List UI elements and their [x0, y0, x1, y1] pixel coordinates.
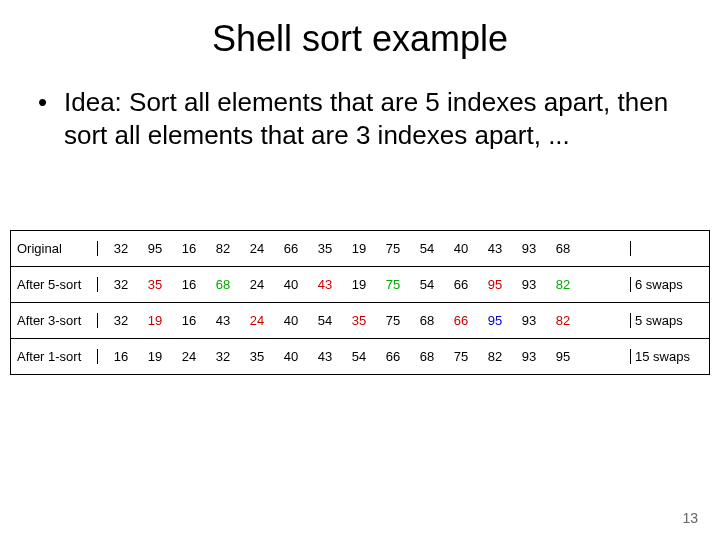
bullet-item: Idea: Sort all elements that are 5 index…: [34, 86, 680, 151]
value-cell: 32: [104, 277, 138, 292]
value-cell: 35: [308, 241, 342, 256]
row-label: After 1-sort: [13, 349, 98, 364]
value-cell: 66: [274, 241, 308, 256]
value-cell: 93: [512, 349, 546, 364]
value-cell: 54: [308, 313, 342, 328]
value-cell: 19: [342, 241, 376, 256]
shell-sort-table: Original 3295168224663519755440439368 Af…: [10, 230, 710, 375]
row-label: After 5-sort: [13, 277, 98, 292]
row-values: 3219164324405435756866959382: [98, 313, 631, 328]
value-cell: 93: [512, 277, 546, 292]
value-cell: 24: [172, 349, 206, 364]
value-cell: 40: [274, 277, 308, 292]
value-cell: 40: [444, 241, 478, 256]
value-cell: 16: [104, 349, 138, 364]
row-swaps: 5 swaps: [631, 313, 707, 328]
value-cell: 40: [274, 313, 308, 328]
value-cell: 75: [444, 349, 478, 364]
row-label: After 3-sort: [13, 313, 98, 328]
value-cell: 32: [206, 349, 240, 364]
value-cell: 19: [138, 349, 172, 364]
value-cell: 82: [546, 313, 580, 328]
value-cell: 82: [478, 349, 512, 364]
value-cell: 68: [206, 277, 240, 292]
value-cell: 19: [138, 313, 172, 328]
table-row: After 5-sort 323516682440431975546695938…: [11, 266, 709, 302]
value-cell: 35: [240, 349, 274, 364]
value-cell: 40: [274, 349, 308, 364]
value-cell: 82: [546, 277, 580, 292]
value-cell: 32: [104, 241, 138, 256]
value-cell: 16: [172, 241, 206, 256]
value-cell: 95: [546, 349, 580, 364]
value-cell: 93: [512, 313, 546, 328]
slide-title: Shell sort example: [0, 0, 720, 60]
value-cell: 95: [478, 313, 512, 328]
value-cell: 95: [478, 277, 512, 292]
value-cell: 16: [172, 277, 206, 292]
value-cell: 43: [206, 313, 240, 328]
value-cell: 93: [512, 241, 546, 256]
row-swaps: 6 swaps: [631, 277, 707, 292]
bullet-list: Idea: Sort all elements that are 5 index…: [0, 60, 720, 151]
row-values: 3295168224663519755440439368: [98, 241, 631, 256]
value-cell: 54: [410, 241, 444, 256]
row-swaps: 15 swaps: [631, 349, 707, 364]
value-cell: 24: [240, 241, 274, 256]
table-row: After 3-sort 321916432440543575686695938…: [11, 302, 709, 338]
value-cell: 68: [410, 349, 444, 364]
value-cell: 32: [104, 313, 138, 328]
value-cell: 82: [206, 241, 240, 256]
value-cell: 68: [546, 241, 580, 256]
value-cell: 24: [240, 313, 274, 328]
value-cell: 35: [138, 277, 172, 292]
value-cell: 75: [376, 313, 410, 328]
value-cell: 43: [308, 277, 342, 292]
value-cell: 75: [376, 241, 410, 256]
value-cell: 16: [172, 313, 206, 328]
value-cell: 54: [410, 277, 444, 292]
value-cell: 19: [342, 277, 376, 292]
row-values: 3235166824404319755466959382: [98, 277, 631, 292]
row-values: 1619243235404354666875829395: [98, 349, 631, 364]
table-row: After 1-sort 161924323540435466687582939…: [11, 338, 709, 374]
value-cell: 35: [342, 313, 376, 328]
value-cell: 66: [444, 277, 478, 292]
value-cell: 54: [342, 349, 376, 364]
value-cell: 68: [410, 313, 444, 328]
value-cell: 43: [308, 349, 342, 364]
value-cell: 66: [376, 349, 410, 364]
value-cell: 66: [444, 313, 478, 328]
value-cell: 75: [376, 277, 410, 292]
value-cell: 24: [240, 277, 274, 292]
page-number: 13: [682, 510, 698, 526]
value-cell: 43: [478, 241, 512, 256]
table-row: Original 3295168224663519755440439368: [11, 231, 709, 266]
row-label: Original: [13, 241, 98, 256]
value-cell: 95: [138, 241, 172, 256]
